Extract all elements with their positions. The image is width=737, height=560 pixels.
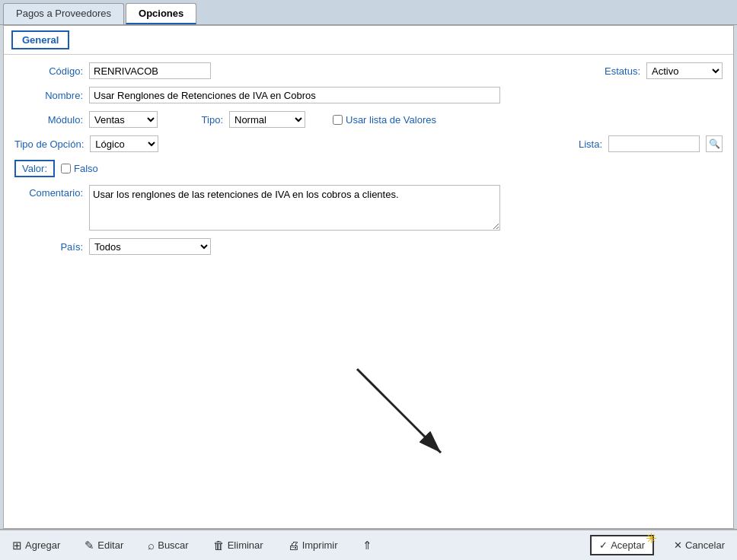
modulo-row: Módulo: Ventas Compras General Tipo: Nor…: [14, 111, 723, 128]
sparkle-icon: ✳: [646, 532, 657, 546]
pais-select[interactable]: Todos Venezuela Colombia: [89, 238, 211, 255]
valor-falso-label[interactable]: Falso: [61, 163, 98, 174]
cross-icon: ✕: [674, 539, 682, 551]
tipo-opcion-row: Tipo de Opción: Lógico Texto Número List…: [14, 135, 723, 152]
form-area: Código: Estatus: Activo Inactivo Nombre:…: [4, 55, 733, 528]
tab-pagos[interactable]: Pagos a Proveedores: [3, 3, 124, 24]
bottom-toolbar: ⊞ Agregar ✎ Editar ⌕ Buscar 🗑 Eliminar 🖨…: [0, 529, 737, 560]
cancelar-button[interactable]: ✕ Cancelar: [669, 537, 729, 553]
tab-opciones[interactable]: Opciones: [126, 3, 196, 24]
eliminar-icon: 🗑: [213, 539, 225, 552]
comentario-row: Comentario: Usar los renglones de las re…: [14, 185, 723, 231]
buscar-button[interactable]: ⌕ Buscar: [143, 536, 193, 554]
estatus-label: Estatus:: [602, 65, 640, 77]
flechas-button[interactable]: ⇑: [358, 536, 377, 555]
pais-row: País: Todos Venezuela Colombia: [14, 238, 723, 255]
agregar-button[interactable]: ⊞ Agregar: [8, 536, 65, 555]
valor-checkbox[interactable]: [61, 164, 71, 173]
editar-button[interactable]: ✎ Editar: [80, 536, 128, 555]
check-icon: ✓: [599, 539, 608, 551]
modulo-label: Módulo:: [14, 114, 83, 126]
tipo-opcion-select[interactable]: Lógico Texto Número: [90, 135, 158, 152]
section-header: General: [4, 26, 733, 55]
codigo-label: Código:: [14, 65, 83, 77]
comentario-textarea[interactable]: Usar los renglones de las retenciones de…: [89, 185, 500, 231]
valor-row: Valor: Falso: [14, 160, 723, 177]
eliminar-button[interactable]: 🗑 Eliminar: [209, 536, 268, 554]
flechas-icon: ⇑: [362, 539, 372, 552]
tipo-select[interactable]: Normal Lista Rango: [229, 111, 305, 128]
main-content: General Código: Estatus: Activo Inactivo…: [3, 25, 734, 529]
imprimir-icon: 🖨: [288, 539, 299, 552]
usar-lista-checkbox[interactable]: [333, 115, 343, 125]
codigo-row: Código: Estatus: Activo Inactivo: [14, 62, 723, 79]
arrow-indicator: [334, 354, 487, 468]
estatus-select[interactable]: Activo Inactivo: [646, 62, 723, 79]
nombre-row: Nombre:: [14, 87, 723, 103]
editar-icon: ✎: [85, 539, 94, 552]
tab-bar: Pagos a Proveedores Opciones: [0, 0, 737, 25]
imprimir-button[interactable]: 🖨 Imprimir: [283, 536, 343, 554]
buscar-icon: ⌕: [148, 539, 155, 552]
usar-lista-checkbox-label[interactable]: Usar lista de Valores: [333, 114, 436, 126]
lista-label: Lista:: [564, 138, 602, 150]
lista-search-button[interactable]: 🔍: [706, 135, 723, 152]
section-title: General: [11, 30, 69, 49]
modulo-select[interactable]: Ventas Compras General: [89, 111, 158, 128]
pais-label: País:: [14, 241, 83, 253]
tipo-label: Tipo:: [185, 114, 223, 126]
valor-box: Valor:: [14, 160, 55, 177]
agregar-icon: ⊞: [12, 539, 22, 552]
nombre-label: Nombre:: [14, 90, 83, 101]
lista-input[interactable]: [608, 135, 700, 152]
valor-label: Valor:: [22, 163, 47, 174]
codigo-input[interactable]: [89, 62, 211, 79]
tipo-opcion-label: Tipo de Opción:: [14, 138, 84, 150]
aceptar-button[interactable]: ✓ Aceptar ✳: [590, 535, 654, 555]
svg-line-1: [357, 369, 441, 453]
nombre-input[interactable]: [89, 87, 500, 103]
comentario-label: Comentario:: [14, 185, 83, 199]
